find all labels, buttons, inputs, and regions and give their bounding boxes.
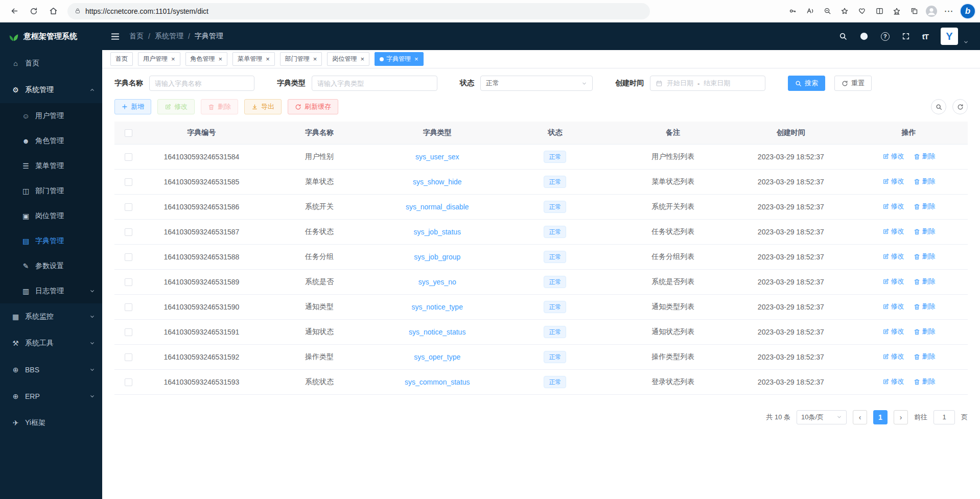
row-edit-button[interactable]: 修改	[882, 252, 904, 261]
toggle-search-button[interactable]	[931, 99, 946, 114]
row-delete-button[interactable]: 删除	[914, 302, 936, 311]
font-size-icon[interactable]: tT	[922, 32, 928, 41]
row-edit-button[interactable]: 修改	[882, 202, 904, 211]
row-edit-button[interactable]: 修改	[882, 227, 904, 236]
row-delete-button[interactable]: 删除	[914, 202, 936, 211]
sidebar-item-erp[interactable]: ⊕ERP	[0, 383, 102, 410]
split-screen-icon[interactable]	[871, 3, 888, 20]
browser-essentials-icon[interactable]	[853, 3, 871, 20]
app-logo[interactable]: 意框架管理系统	[0, 22, 102, 50]
close-icon[interactable]: ×	[219, 56, 223, 62]
more-options-icon[interactable]: ⋯	[940, 3, 958, 20]
dict-type-link[interactable]: sys_show_hide	[413, 178, 462, 186]
sidebar-item-log-management[interactable]: ▥日志管理	[0, 278, 102, 303]
dict-type-link[interactable]: sys_job_status	[413, 228, 461, 236]
sidebar-item-user-management[interactable]: ☺用户管理	[0, 103, 102, 128]
row-checkbox[interactable]	[125, 153, 132, 161]
dict-type-input[interactable]	[312, 76, 437, 91]
prev-page-button[interactable]: ‹	[853, 410, 867, 424]
user-avatar-logo[interactable]: Y	[941, 28, 958, 45]
row-checkbox[interactable]	[125, 353, 132, 361]
sidebar-item-yi-framework[interactable]: ✈Yi框架	[0, 410, 102, 436]
tab-home[interactable]: 首页	[110, 52, 133, 66]
close-icon[interactable]: ×	[313, 56, 317, 62]
row-delete-button[interactable]: 删除	[914, 352, 936, 361]
row-edit-button[interactable]: 修改	[882, 177, 904, 186]
sidebar-item-post-management[interactable]: ▣岗位管理	[0, 203, 102, 228]
search-button[interactable]: 搜索	[788, 76, 825, 91]
close-icon[interactable]: ×	[414, 56, 418, 62]
tab-dept-management[interactable]: 部门管理×	[280, 52, 322, 66]
read-aloud-icon[interactable]	[801, 3, 819, 20]
status-select[interactable]: 正常	[480, 76, 593, 91]
close-icon[interactable]: ×	[360, 56, 364, 62]
password-key-icon[interactable]	[784, 3, 801, 20]
next-page-button[interactable]: ›	[894, 410, 908, 424]
browser-back-button[interactable]	[5, 3, 24, 20]
profile-avatar[interactable]	[923, 3, 940, 20]
tab-user-management[interactable]: 用户管理×	[138, 52, 180, 66]
row-edit-button[interactable]: 修改	[882, 302, 904, 311]
sidebar-item-system-tools[interactable]: ⚒系统工具	[0, 330, 102, 357]
row-delete-button[interactable]: 删除	[914, 177, 936, 186]
row-checkbox[interactable]	[125, 378, 132, 386]
row-checkbox[interactable]	[125, 328, 132, 336]
github-icon[interactable]	[859, 32, 869, 41]
browser-refresh-button[interactable]	[25, 3, 43, 20]
breadcrumb-system[interactable]: 系统管理	[155, 32, 183, 41]
refresh-cache-button[interactable]: 刷新缓存	[288, 99, 338, 114]
dict-type-link[interactable]: sys_notice_status	[409, 328, 465, 336]
sidebar-item-role-management[interactable]: ☻角色管理	[0, 128, 102, 153]
select-all-checkbox[interactable]	[125, 129, 132, 137]
dict-type-link[interactable]: sys_notice_type	[412, 303, 463, 311]
row-delete-button[interactable]: 删除	[914, 252, 936, 261]
tab-post-management[interactable]: 岗位管理×	[327, 52, 369, 66]
row-edit-button[interactable]: 修改	[882, 327, 904, 336]
page-1-button[interactable]: 1	[873, 410, 888, 424]
reset-button[interactable]: 重置	[834, 76, 872, 91]
row-checkbox[interactable]	[125, 278, 132, 286]
sidebar-item-dict-management[interactable]: ▤字典管理	[0, 228, 102, 253]
date-range-picker[interactable]: 开始日期 - 结束日期	[650, 76, 765, 91]
add-favorite-icon[interactable]	[836, 3, 853, 20]
collections-icon[interactable]	[905, 3, 923, 20]
refresh-table-button[interactable]	[952, 99, 968, 114]
dict-type-link[interactable]: sys_common_status	[405, 378, 470, 386]
address-bar[interactable]: https://ccnetcore.com:1101/system/dict	[67, 3, 650, 19]
dict-type-link[interactable]: sys_yes_no	[418, 278, 456, 286]
help-icon[interactable]: ?	[881, 32, 890, 41]
search-icon[interactable]	[839, 32, 847, 40]
row-delete-button[interactable]: 删除	[914, 327, 936, 336]
sidebar-item-home[interactable]: ⌂首页	[0, 50, 102, 77]
row-edit-button[interactable]: 修改	[882, 377, 904, 386]
row-edit-button[interactable]: 修改	[882, 152, 904, 161]
row-edit-button[interactable]: 修改	[882, 352, 904, 361]
row-delete-button[interactable]: 删除	[914, 277, 936, 286]
dict-type-link[interactable]: sys_job_group	[414, 253, 460, 261]
sidebar-item-dept-management[interactable]: ◫部门管理	[0, 178, 102, 203]
tab-menu-management[interactable]: 菜单管理×	[232, 52, 275, 66]
tab-role-management[interactable]: 角色管理×	[185, 52, 228, 66]
browser-home-button[interactable]	[44, 3, 62, 20]
dict-type-link[interactable]: sys_normal_disable	[406, 203, 469, 211]
delete-button[interactable]: 删除	[201, 99, 238, 114]
close-icon[interactable]: ×	[266, 56, 270, 62]
row-delete-button[interactable]: 删除	[914, 152, 936, 161]
fullscreen-icon[interactable]	[902, 32, 910, 40]
dict-type-link[interactable]: sys_user_sex	[415, 153, 459, 161]
row-checkbox[interactable]	[125, 228, 132, 236]
sidebar-item-param-settings[interactable]: ✎参数设置	[0, 253, 102, 278]
sidebar-item-system-management[interactable]: ⚙系统管理	[0, 77, 102, 103]
dict-name-input[interactable]	[149, 76, 254, 91]
row-checkbox[interactable]	[125, 178, 132, 186]
sidebar-item-system-monitor[interactable]: ▦系统监控	[0, 303, 102, 330]
row-checkbox[interactable]	[125, 253, 132, 261]
row-delete-button[interactable]: 删除	[914, 227, 936, 236]
row-delete-button[interactable]: 删除	[914, 377, 936, 386]
sidebar-item-bbs[interactable]: ⊕BBS	[0, 357, 102, 383]
modify-button[interactable]: 修改	[157, 99, 195, 114]
favorites-icon[interactable]	[888, 3, 905, 20]
add-button[interactable]: 新增	[114, 99, 151, 114]
sidebar-item-menu-management[interactable]: ☰菜单管理	[0, 153, 102, 178]
close-icon[interactable]: ×	[171, 56, 175, 62]
